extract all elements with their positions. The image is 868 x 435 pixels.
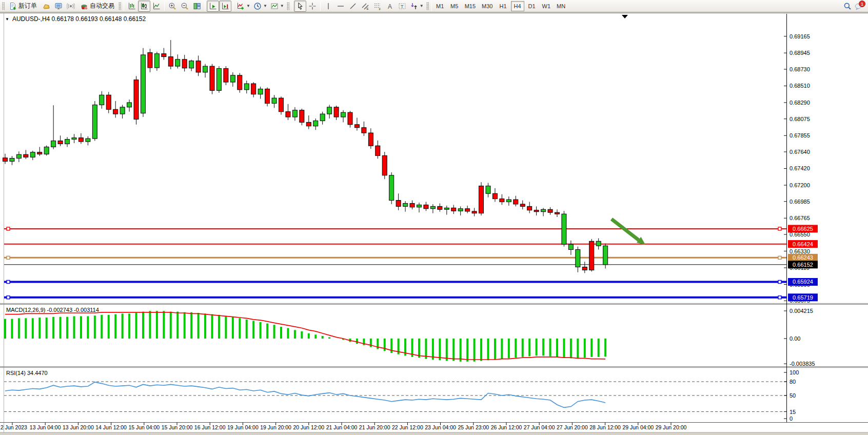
candle-body [168, 57, 173, 66]
bar-chart-button[interactable] [126, 1, 138, 12]
toolbar-grip[interactable] [2, 2, 5, 10]
time-tick-label: 29 Jun 20:00 [656, 424, 687, 430]
rsi-label: RSI(14) 34.4470 [6, 370, 48, 376]
time-tick-label: 19 Jun 04:00 [227, 424, 259, 430]
chart-surface[interactable] [0, 13, 868, 432]
chevron-down-icon: ▼ [246, 4, 250, 8]
new-order-button[interactable]: 新订单 [6, 1, 40, 12]
line-handle[interactable] [778, 280, 781, 283]
chevron-down-icon: ▼ [280, 4, 284, 8]
timeframe-M30[interactable]: M30 [479, 1, 495, 11]
crosshair-button[interactable] [306, 1, 319, 12]
timeframe-W1[interactable]: W1 [540, 1, 554, 11]
candle-body [389, 175, 394, 201]
line-chart-button[interactable] [150, 1, 163, 12]
signals-button[interactable] [65, 1, 77, 12]
notifications-button[interactable]: 1 [855, 2, 863, 10]
toolbar-grip[interactable] [119, 2, 121, 10]
candle-body [51, 141, 56, 147]
chart-title[interactable]: ▼ AUDUSD-,H4 0.66178 0.66193 0.66148 0.6… [5, 15, 146, 23]
line-handle[interactable] [778, 227, 781, 230]
timeframe-M15[interactable]: M15 [462, 1, 478, 11]
time-tick-label: 27 Jun 04:00 [524, 424, 555, 430]
candle-body [86, 139, 90, 142]
line-handle[interactable] [7, 296, 10, 299]
channel-icon: E [361, 2, 369, 10]
candle-body [106, 95, 111, 109]
candle-body [238, 75, 242, 90]
macd-tick-label: 0.004215 [790, 308, 813, 314]
candle-body [265, 89, 270, 103]
terminal-button[interactable] [52, 1, 65, 12]
candlestick-chart-button[interactable] [138, 1, 150, 12]
templates-button[interactable]: ▼ [269, 1, 286, 12]
candle-body [203, 66, 208, 72]
candle-body [424, 205, 428, 208]
chart-shift-icon [221, 2, 229, 10]
notification-badge: 1 [859, 1, 865, 7]
macd-tick-label: -0.003835 [790, 361, 815, 367]
line-handle[interactable] [7, 256, 10, 259]
time-tick-label: 21 Jun 04:00 [326, 424, 358, 430]
trendline-button[interactable] [347, 1, 359, 12]
candle-body [382, 155, 387, 175]
candle-body [92, 105, 97, 139]
timeframe-H4[interactable]: H4 [511, 1, 524, 11]
gold-button[interactable] [40, 1, 52, 12]
time-tick-label: 29 Jun 04:00 [622, 424, 654, 430]
candle-body [596, 241, 601, 246]
text-label-button[interactable]: T [396, 1, 408, 12]
separator [164, 2, 165, 11]
line-handle[interactable] [7, 280, 10, 283]
line-handle[interactable] [7, 227, 10, 230]
candle-body [24, 154, 28, 157]
vertical-line-button[interactable] [322, 1, 334, 12]
zoom-out-button[interactable] [179, 1, 191, 12]
chart-canvas[interactable]: 0.691650.689450.687300.685100.682900.680… [0, 13, 868, 435]
horizontal-line-button[interactable] [334, 1, 347, 12]
toolbar-grip[interactable] [426, 2, 429, 10]
tile-windows-button[interactable] [191, 1, 203, 12]
toolbar-grip[interactable] [287, 2, 289, 10]
line-handle[interactable] [778, 296, 781, 299]
chart-title-text: AUDUSD-,H4 0.66178 0.66193 0.66148 0.661… [12, 15, 146, 23]
candle-body [417, 205, 422, 207]
candle-body [30, 152, 35, 157]
candle-body [78, 138, 83, 142]
periods-button[interactable]: ▼ [252, 1, 269, 12]
search-icon[interactable] [843, 2, 852, 10]
candle-body [216, 69, 221, 91]
timeframe-M5[interactable]: M5 [448, 1, 461, 11]
time-tick-label: 15 Jun 04:00 [128, 424, 160, 430]
candle-body [320, 114, 325, 121]
zoom-in-button[interactable] [166, 1, 179, 12]
timeframe-M1[interactable]: M1 [433, 1, 447, 11]
zoom-in-icon [168, 2, 176, 10]
price-tag-label: 0.66625 [793, 226, 813, 232]
candle-body [251, 84, 256, 94]
equidistant-channel-button[interactable]: E [359, 1, 371, 12]
cursor-button[interactable] [294, 1, 306, 12]
candle-body [44, 147, 49, 154]
price-tag-label: 0.66152 [793, 262, 813, 268]
chart-shift-button[interactable] [219, 1, 231, 12]
autotrade-button[interactable]: 自动交易 [77, 1, 117, 12]
line-handle[interactable] [778, 256, 781, 259]
autotrade-icon [80, 2, 88, 10]
fibonacci-button[interactable]: F [371, 1, 384, 12]
zoom-out-icon [181, 2, 189, 10]
chart-menu-triangle-icon[interactable]: ▼ [5, 17, 9, 22]
text-button[interactable]: A [384, 1, 396, 12]
candle-body [196, 61, 201, 72]
indicators-button[interactable]: ▼ [235, 1, 252, 12]
text-label-icon: T [398, 2, 406, 10]
time-tick-label: 13 Jun 04:00 [30, 424, 61, 430]
timeframe-D1[interactable]: D1 [525, 1, 539, 11]
time-tick-label: 14 Jun 12:00 [95, 424, 127, 430]
timeframe-H1[interactable]: H1 [497, 1, 510, 11]
candle-body [438, 206, 442, 209]
auto-scroll-button[interactable] [207, 1, 219, 12]
candle-body [272, 98, 277, 103]
timeframe-MN[interactable]: MN [554, 1, 568, 11]
arrows-button[interactable]: ▼ [408, 1, 425, 12]
